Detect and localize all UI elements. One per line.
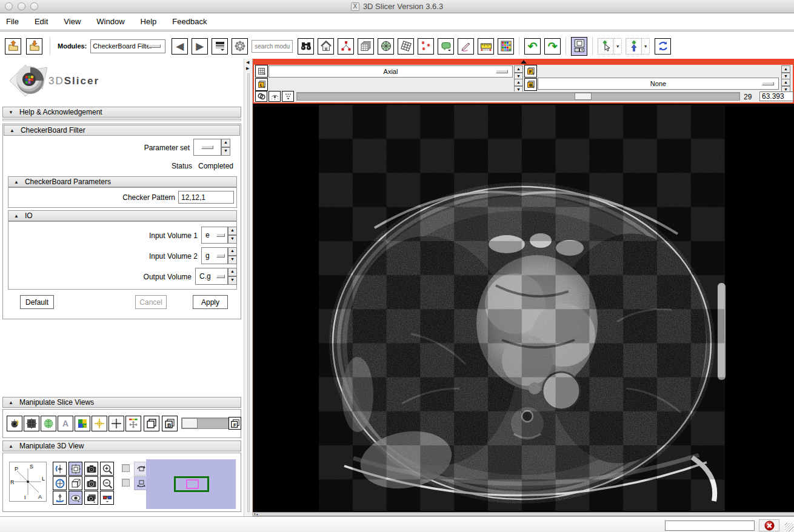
zoom-in-button[interactable] — [100, 462, 114, 476]
foreground-spinner[interactable]: ▲▼ — [781, 65, 790, 78]
slice-annotations-button[interactable] — [7, 416, 22, 431]
show-background-button[interactable]: B — [162, 416, 178, 431]
module-back-button[interactable]: ◀ — [172, 38, 188, 55]
resize-grip[interactable] — [785, 523, 793, 531]
module-search-input[interactable] — [252, 40, 293, 53]
toggle-fg-bg-button[interactable] — [144, 416, 159, 431]
rotate-yaw-button[interactable] — [53, 476, 67, 490]
editor-module-button[interactable] — [438, 38, 454, 55]
input-volume2-combobox[interactable]: g ▲▼ — [201, 247, 237, 264]
axial-slice-viewport[interactable] — [253, 104, 794, 512]
slice-plane-menu-button[interactable] — [255, 65, 268, 78]
slice-label-text-button[interactable]: A — [58, 416, 73, 431]
menu-window[interactable]: Window — [96, 17, 124, 26]
fit-slices-button[interactable] — [24, 416, 39, 431]
module-section-header[interactable]: ▲ CheckerBoard Filter — [4, 125, 240, 136]
navigate-slices-button[interactable] — [125, 416, 141, 431]
redo-button[interactable]: ↷ — [544, 38, 561, 55]
find-module-button[interactable] — [298, 38, 314, 55]
axis-orientation-widget[interactable]: P S L R I A — [9, 462, 47, 502]
modules-combobox[interactable]: CheckerBoard Filter — [90, 39, 165, 53]
mouse-place-dropdown[interactable]: ▼ — [642, 38, 650, 55]
fiducials-module-button[interactable] — [418, 38, 434, 55]
grid-crosshair-button[interactable] — [108, 416, 124, 431]
status-message-entry[interactable] — [665, 520, 755, 531]
parameter-set-combobox[interactable]: ▲▼ — [193, 139, 230, 156]
menu-help[interactable]: Help — [141, 17, 157, 26]
menu-feedback[interactable]: Feedback — [172, 17, 207, 26]
background-layer-menu-button[interactable]: B — [524, 78, 537, 91]
show-foreground-button[interactable]: F — [229, 417, 241, 430]
collapse-right-icon[interactable]: ▶ — [246, 66, 249, 71]
spin-view-checkbox[interactable] — [122, 464, 130, 472]
load-scene-button[interactable] — [5, 38, 21, 55]
slice-view-highlight-bar[interactable] — [253, 59, 794, 65]
input-volume2-spinner[interactable]: ▲▼ — [228, 247, 237, 264]
slice-offset-handle[interactable] — [575, 93, 592, 100]
foreground-combobox[interactable]: None — [538, 78, 779, 90]
params-section-header[interactable]: ▲ CheckerBoard Parameters — [8, 176, 237, 187]
minimize-window-button[interactable] — [18, 2, 25, 10]
foreground-layer-menu-button[interactable]: F — [524, 65, 537, 78]
stereo-button[interactable] — [100, 491, 114, 505]
mouse-pick-dropdown[interactable]: ▼ — [614, 38, 622, 55]
menu-file[interactable]: File — [6, 17, 19, 26]
parameter-set-spinner[interactable]: ▲▼ — [221, 139, 230, 156]
checker-pattern-input[interactable] — [178, 191, 234, 204]
module-refresh-button[interactable] — [232, 38, 248, 55]
module-history-button[interactable] — [212, 38, 228, 55]
zoom-out-button[interactable] — [100, 476, 114, 490]
screenshot-button[interactable] — [84, 462, 98, 476]
output-volume-spinner[interactable]: ▲▼ — [228, 268, 237, 285]
view-box-button[interactable] — [68, 476, 82, 490]
zoom-window-button[interactable] — [30, 2, 38, 10]
orientation-combobox[interactable]: Axial — [269, 65, 513, 78]
view3d-navigation-preview[interactable] — [146, 459, 236, 509]
menu-edit[interactable]: Edit — [35, 17, 48, 26]
models-module-button[interactable] — [378, 38, 394, 55]
collapse-left-icon[interactable]: ◀ — [246, 60, 249, 65]
volumes-module-button[interactable] — [358, 38, 374, 55]
home-module-button[interactable] — [318, 38, 334, 55]
label-layer-menu-button[interactable]: L — [255, 78, 268, 91]
default-button[interactable]: Default — [20, 295, 54, 309]
slice-offset-entry[interactable] — [759, 91, 793, 101]
viewport-bottom-scrollbar[interactable]: ▾ ▴ — [253, 512, 794, 516]
output-volume-combobox[interactable]: C.g ▲▼ — [195, 268, 237, 285]
undo-button[interactable]: ↶ — [524, 38, 541, 55]
mouse-transform-button[interactable] — [655, 38, 671, 55]
crosshair-button[interactable] — [92, 416, 107, 431]
io-section-header[interactable]: ▲ IO — [8, 210, 237, 221]
transforms-module-button[interactable] — [398, 38, 414, 55]
orientation-spinner[interactable]: ▲▼ — [514, 65, 523, 78]
rock-view-checkbox[interactable] — [122, 479, 130, 487]
help-section-header[interactable]: ▼ Help & Acknowledgement — [2, 107, 241, 118]
input-volume1-combobox[interactable]: e ▲▼ — [201, 227, 237, 244]
menu-view[interactable]: View — [64, 17, 81, 26]
slice-models-visibility-button[interactable] — [41, 416, 56, 431]
cancel-button[interactable]: Cancel — [135, 295, 167, 309]
label-layer-spinner[interactable]: ▲▼ — [514, 79, 523, 91]
colors-module-button[interactable] — [498, 38, 514, 55]
save-scene-button[interactable] — [26, 38, 42, 55]
input-volume1-spinner[interactable]: ▲▼ — [228, 227, 237, 244]
view3d-section-header[interactable]: ▲ Manipulate 3D View — [2, 441, 241, 451]
link-slices-button[interactable] — [255, 91, 267, 102]
screenshot-stack-button[interactable] — [84, 491, 98, 505]
rotate-axis-button[interactable] — [53, 491, 67, 505]
label-opacity-button[interactable] — [75, 416, 90, 431]
apply-button[interactable]: Apply — [193, 295, 228, 309]
mouse-place-button[interactable] — [626, 38, 642, 55]
background-spinner[interactable]: ▲▼ — [781, 79, 790, 91]
slice-visibility-button[interactable] — [269, 91, 281, 102]
collapse-controller-icon[interactable] — [521, 60, 527, 64]
data-module-button[interactable] — [338, 38, 354, 55]
slice-options-button[interactable] — [282, 91, 294, 102]
panel-divider[interactable]: ◀ ▶ — [244, 59, 253, 516]
module-forward-button[interactable]: ▶ — [192, 38, 208, 55]
nav-inner-box[interactable] — [186, 479, 199, 489]
measurements-module-button[interactable] — [478, 38, 494, 55]
mouse-pick-button[interactable] — [598, 38, 614, 55]
error-log-button[interactable] — [759, 519, 779, 531]
rotate-pitch-button[interactable] — [53, 462, 67, 476]
